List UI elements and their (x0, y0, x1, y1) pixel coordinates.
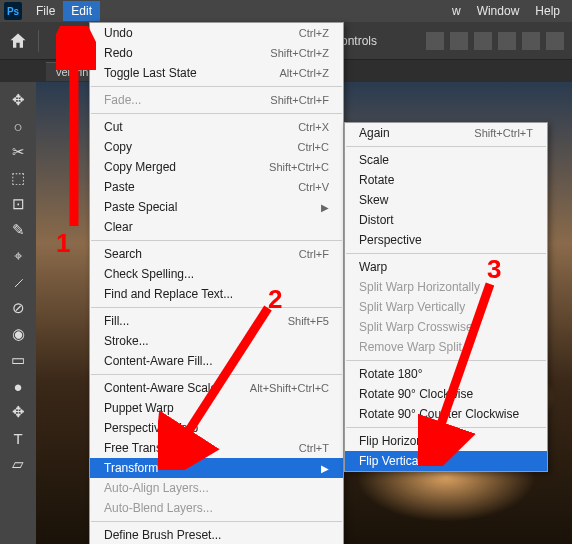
menu-item-label: Find and Replace Text... (104, 287, 329, 301)
align-right-icon[interactable] (474, 32, 492, 50)
menu-file[interactable]: File (28, 1, 63, 21)
menu-item-shortcut: Ctrl+T (269, 442, 329, 454)
edit-menu-item[interactable]: RedoShift+Ctrl+Z (90, 43, 343, 63)
edit-menu-item[interactable]: Stroke... (90, 331, 343, 351)
menu-item-label: Rotate 180° (359, 367, 533, 381)
menu-edit[interactable]: Edit (63, 1, 100, 21)
edit-menu-item: Fade...Shift+Ctrl+F (90, 90, 343, 110)
menu-item-shortcut: Shift+Ctrl+Z (240, 47, 329, 59)
menu-item-shortcut: Alt+Ctrl+Z (249, 67, 329, 79)
transform-menu-item[interactable]: Rotate (345, 170, 547, 190)
menu-partial[interactable]: w (444, 1, 469, 21)
transform-menu-item[interactable]: AgainShift+Ctrl+T (345, 123, 547, 143)
edit-menu-item[interactable]: Perspective Warp (90, 418, 343, 438)
edit-menu-item[interactable]: PasteCtrl+V (90, 177, 343, 197)
menu-item-label: Distort (359, 213, 533, 227)
menu-item-label: Perspective (359, 233, 533, 247)
menu-separator (91, 374, 342, 375)
tool-button[interactable]: ✎ (6, 218, 30, 242)
align-icons (426, 32, 564, 50)
transform-menu-item: Split Warp Horizontally (345, 277, 547, 297)
menu-item-label: Fade... (104, 93, 240, 107)
edit-menu-item[interactable]: Content-Aware Fill... (90, 351, 343, 371)
home-icon[interactable] (8, 31, 28, 51)
edit-menu-item[interactable]: CutCtrl+X (90, 117, 343, 137)
edit-menu-item[interactable]: Find and Replace Text... (90, 284, 343, 304)
edit-menu-item[interactable]: CopyCtrl+C (90, 137, 343, 157)
menu-item-label: Scale (359, 153, 533, 167)
submenu-arrow-icon: ▶ (311, 463, 329, 474)
edit-menu-item[interactable]: Transform▶ (90, 458, 343, 478)
edit-menu-item[interactable]: Define Brush Preset... (90, 525, 343, 544)
tool-button[interactable]: ✥ (6, 400, 30, 424)
edit-menu-item[interactable]: Check Spelling... (90, 264, 343, 284)
submenu-arrow-icon: ▶ (311, 202, 329, 213)
tool-button[interactable]: ◉ (6, 322, 30, 346)
menu-item-label: Content-Aware Fill... (104, 354, 329, 368)
tool-button[interactable]: ⊡ (6, 192, 30, 216)
edit-menu-item[interactable]: Toggle Last StateAlt+Ctrl+Z (90, 63, 343, 83)
tool-button[interactable]: ✥ (6, 88, 30, 112)
edit-menu-item[interactable]: UndoCtrl+Z (90, 23, 343, 43)
align-left-icon[interactable] (426, 32, 444, 50)
more-icon[interactable] (522, 32, 540, 50)
edit-menu: UndoCtrl+ZRedoShift+Ctrl+ZToggle Last St… (89, 22, 344, 544)
menubar: Ps File Edit w Window Help (0, 0, 572, 22)
edit-menu-item[interactable]: Clear (90, 217, 343, 237)
transform-menu-item[interactable]: Warp (345, 257, 547, 277)
tool-button[interactable]: ⟋ (6, 270, 30, 294)
menu-item-label: Auto-Blend Layers... (104, 501, 329, 515)
transform-menu-item[interactable]: Skew (345, 190, 547, 210)
tool-button[interactable]: ✂ (6, 140, 30, 164)
menu-separator (346, 360, 546, 361)
menu-item-shortcut: Ctrl+X (268, 121, 329, 133)
transform-menu-item[interactable]: Flip Horizontal (345, 431, 547, 451)
transform-menu-item[interactable]: Rotate 90° Clockwise (345, 384, 547, 404)
transform-menu-item[interactable]: Perspective (345, 230, 547, 250)
edit-menu-item[interactable]: Copy MergedShift+Ctrl+C (90, 157, 343, 177)
menu-item-label: Check Spelling... (104, 267, 329, 281)
edit-menu-item: Auto-Align Layers... (90, 478, 343, 498)
menu-window[interactable]: Window (469, 1, 528, 21)
transform-menu-item[interactable]: Rotate 90° Counter Clockwise (345, 404, 547, 424)
transform-menu-item[interactable]: Scale (345, 150, 547, 170)
ps-logo: Ps (4, 2, 22, 20)
tool-button[interactable]: T (6, 426, 30, 450)
transform-menu-item[interactable]: Flip Vertical (345, 451, 547, 471)
tool-button[interactable]: ▱ (6, 452, 30, 476)
menu-separator (91, 113, 342, 114)
edit-menu-item[interactable]: Puppet Warp (90, 398, 343, 418)
menu-item-label: Search (104, 247, 269, 261)
menu-separator (346, 427, 546, 428)
menu-item-shortcut: Shift+F5 (258, 315, 329, 327)
transform-menu-item[interactable]: Rotate 180° (345, 364, 547, 384)
align-top-icon[interactable] (498, 32, 516, 50)
edit-menu-item[interactable]: Paste Special▶ (90, 197, 343, 217)
menu-item-label: Redo (104, 46, 240, 60)
menu-item-label: Warp (359, 260, 533, 274)
tool-button[interactable]: ⬚ (6, 166, 30, 190)
overflow-icon[interactable] (546, 32, 564, 50)
transform-menu-item[interactable]: Distort (345, 210, 547, 230)
align-center-icon[interactable] (450, 32, 468, 50)
menu-item-shortcut: Ctrl+C (268, 141, 329, 153)
menu-item-shortcut: Shift+Ctrl+C (239, 161, 329, 173)
edit-menu-item[interactable]: SearchCtrl+F (90, 244, 343, 264)
tool-button[interactable]: ⊘ (6, 296, 30, 320)
menu-help[interactable]: Help (527, 1, 568, 21)
tools-panel: ✥○✂⬚⊡✎⌖⟋⊘◉▭●✥T▱ (0, 82, 36, 544)
tool-button[interactable]: ○ (6, 114, 30, 138)
menu-separator (91, 86, 342, 87)
tool-button[interactable]: ⌖ (6, 244, 30, 268)
menu-item-label: Skew (359, 193, 533, 207)
tool-button[interactable]: ▭ (6, 348, 30, 372)
tool-button[interactable]: ● (6, 374, 30, 398)
edit-menu-item[interactable]: Fill...Shift+F5 (90, 311, 343, 331)
menu-item-shortcut: Ctrl+Z (269, 27, 329, 39)
menu-item-label: Paste Special (104, 200, 311, 214)
edit-menu-item[interactable]: Free TransformCtrl+T (90, 438, 343, 458)
menu-item-label: Transform (104, 461, 311, 475)
menu-item-label: Undo (104, 26, 269, 40)
edit-menu-item[interactable]: Content-Aware ScaleAlt+Shift+Ctrl+C (90, 378, 343, 398)
menu-item-label: Flip Vertical (359, 454, 533, 468)
